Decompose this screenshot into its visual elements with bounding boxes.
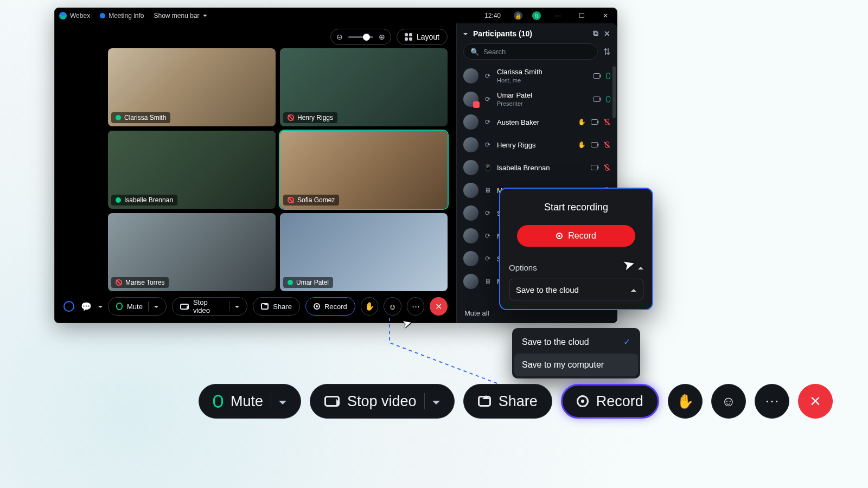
video-tile[interactable]: Umar Patel (280, 213, 448, 291)
tile-name: Umar Patel (296, 279, 329, 286)
stop-video-button[interactable]: Stop video (172, 297, 247, 316)
device-desktop-icon: 🖥 (484, 187, 492, 194)
app-name: Webex (70, 12, 90, 20)
meeting-info-button[interactable]: Meeting info (100, 12, 144, 20)
chevron-down-icon[interactable] (235, 303, 239, 311)
reactions-button[interactable]: ☺ (384, 297, 401, 316)
big-record-button[interactable]: Record (561, 384, 659, 419)
window-minimize-button[interactable]: — (551, 12, 565, 20)
security-status-icon[interactable]: 🔒 (514, 11, 522, 20)
assistant-icon[interactable] (63, 301, 74, 312)
camera-icon (593, 73, 601, 79)
chevron-down-icon[interactable] (154, 303, 158, 311)
participant-role: Host, me (497, 77, 588, 84)
save-location-select[interactable]: Save to the cloud (509, 279, 643, 300)
participant-row[interactable]: ⟳ Umar Patel Presenter (457, 87, 617, 111)
big-reactions-button[interactable]: ☺ (711, 384, 746, 419)
window-close-button[interactable]: ✕ (598, 12, 612, 20)
window-maximize-button[interactable]: ☐ (575, 12, 589, 20)
meeting-clock: 12:40 (484, 12, 501, 20)
chevron-down-icon[interactable] (98, 301, 103, 311)
video-tile[interactable]: Sofia Gomez (280, 131, 448, 209)
raise-hand-button[interactable]: ✋ (361, 297, 379, 316)
big-share-button[interactable]: Share (463, 384, 552, 419)
tile-name: Clarissa Smith (124, 114, 166, 121)
video-tile[interactable]: Henry Riggs (280, 48, 448, 126)
raised-hand-icon: ✋ (578, 141, 585, 149)
camera-icon (180, 304, 189, 310)
avatar (463, 137, 478, 152)
participant-row[interactable]: ⟳ Clarissa Smith Host, me (457, 64, 617, 87)
chat-icon[interactable]: 💬 (81, 301, 92, 312)
microphone-icon (213, 395, 223, 408)
big-mute-button[interactable]: Mute (199, 384, 301, 419)
participant-name: Umar Patel (497, 91, 588, 99)
video-tile[interactable]: Isabelle Brennan (108, 131, 276, 209)
mute-button[interactable]: Mute (108, 297, 167, 316)
zoom-control[interactable]: ⊖ ⊕ (330, 29, 391, 45)
big-more-options-button[interactable]: ⋯ (755, 384, 789, 419)
popout-icon[interactable]: ⧉ (593, 29, 598, 38)
participant-search-input[interactable]: 🔍 Search (463, 43, 598, 60)
stage-controls: ⊖ ⊕ Layout (55, 23, 456, 48)
save-location-value: Save to the cloud (516, 285, 579, 294)
chevron-down-icon[interactable] (432, 393, 440, 410)
share-icon (478, 396, 491, 407)
avatar (463, 114, 478, 130)
video-tile[interactable]: Clarissa Smith (108, 48, 276, 126)
share-button[interactable]: Share (253, 297, 300, 316)
start-record-button[interactable]: Record (517, 225, 635, 247)
zoom-slider[interactable] (348, 36, 373, 38)
option-label: Save to the cloud (522, 337, 589, 347)
app-brand: Webex (59, 12, 90, 20)
sort-icon[interactable]: ⇅ (603, 47, 610, 57)
camera-icon (593, 97, 601, 102)
close-panel-icon[interactable]: ✕ (604, 29, 610, 38)
big-record-label: Record (596, 393, 643, 410)
save-to-cloud-option[interactable]: Save to the cloud ✓ (514, 330, 638, 354)
tile-name: Marise Torres (125, 279, 164, 286)
layout-button[interactable]: Layout (397, 29, 448, 45)
sync-icon: ⟳ (484, 255, 492, 262)
avatar (463, 92, 478, 107)
tile-name: Henry Riggs (297, 114, 333, 121)
presenter-badge-icon (473, 101, 480, 108)
webex-logo-icon (59, 12, 67, 20)
scrollbar[interactable] (612, 66, 616, 118)
record-button[interactable]: Record (305, 297, 355, 316)
chevron-up-icon (631, 285, 636, 294)
collapse-icon[interactable] (463, 29, 468, 38)
raised-hand-icon: ✋ (578, 118, 585, 126)
avatar (463, 68, 478, 84)
big-mute-label: Mute (231, 393, 263, 410)
show-menu-bar-button[interactable]: Show menu bar (154, 12, 207, 20)
avatar (463, 160, 478, 175)
mic-off-icon (288, 197, 294, 203)
sync-icon: ⟳ (484, 95, 492, 103)
video-stage: ⊖ ⊕ Layout Clarissa Smith Henry Riggs (55, 23, 456, 323)
participant-row[interactable]: 📱 Isabella Brennan (457, 156, 617, 179)
zoom-out-icon[interactable]: ⊖ (336, 33, 343, 41)
participant-name: Henry Riggs (497, 141, 572, 149)
chevron-up-icon (638, 263, 643, 272)
search-placeholder: Search (483, 48, 506, 56)
microphone-icon (116, 303, 123, 310)
more-options-button[interactable]: ⋯ (407, 297, 425, 316)
chevron-down-icon[interactable] (279, 393, 286, 410)
option-label: Save to my computer (522, 360, 604, 370)
save-to-computer-option[interactable]: Save to my computer (514, 354, 638, 376)
big-end-meeting-button[interactable]: ✕ (798, 384, 833, 419)
big-raise-hand-button[interactable]: ✋ (668, 384, 703, 419)
participant-row[interactable]: ⟳ Austen Baker ✋ (457, 111, 617, 133)
mic-on-icon (116, 197, 121, 203)
big-stop-video-button[interactable]: Stop video (310, 384, 455, 419)
network-status-icon[interactable]: ⇅ (532, 11, 541, 20)
end-meeting-button[interactable]: ✕ (430, 297, 448, 316)
participant-row[interactable]: ⟳ Henry Riggs ✋ (457, 133, 617, 156)
video-tile[interactable]: Marise Torres (108, 213, 276, 291)
mic-off-icon (604, 119, 610, 125)
device-phone-icon: 📱 (484, 164, 492, 171)
zoom-in-icon[interactable]: ⊕ (379, 33, 385, 41)
show-menu-bar-label: Show menu bar (154, 12, 200, 20)
record-icon (314, 303, 320, 310)
